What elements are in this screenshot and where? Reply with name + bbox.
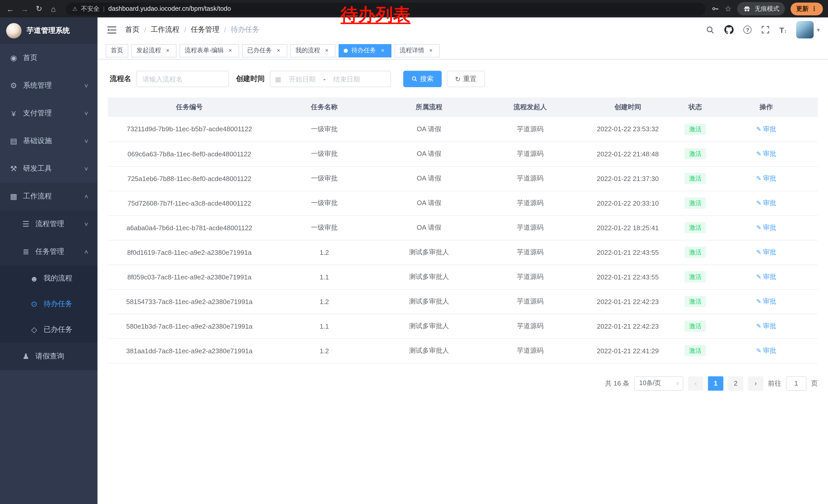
cell-actions: ✎ 审批 <box>715 166 818 191</box>
cell-task-id: 725a1eb6-7b88-11ec-8ef0-acde48001122 <box>108 166 271 191</box>
dashboard-icon: ◉ <box>9 53 18 62</box>
breadcrumb-workflow[interactable]: 工作流程 <box>151 25 179 34</box>
cell-create-time: 2022-01-21 22:41:29 <box>580 338 676 363</box>
forward-icon[interactable]: → <box>18 2 31 15</box>
sidebar-item-home[interactable]: ◉ 首页 <box>0 44 97 72</box>
tab-home[interactable]: 首页 <box>106 44 128 57</box>
page-size-value: 10条/页 <box>639 379 661 387</box>
tab-label: 待办任务 <box>351 46 376 55</box>
breadcrumb: 首页 / 工作流程 / 任务管理 / 待办任务 <box>125 25 259 34</box>
approve-link[interactable]: ✎ 审批 <box>756 198 776 208</box>
cell-task-id: 58154733-7ac8-11ec-a9e2-a2380e71991a <box>108 289 271 314</box>
sidebar-item-done-tasks[interactable]: ◇ 已办任务 <box>0 317 97 342</box>
cell-starter: 芋道源码 <box>481 191 580 215</box>
chrome-menu-kebab-icon[interactable]: ⋮ <box>811 5 817 12</box>
user-menu[interactable]: ▾ <box>796 21 820 39</box>
search-icon[interactable] <box>706 26 715 34</box>
warning-icon: ⚠ <box>72 5 78 12</box>
next-page-button[interactable]: › <box>748 376 763 391</box>
goto-page-input[interactable] <box>786 376 806 391</box>
incognito-label: 无痕模式 <box>755 4 779 13</box>
end-date-input[interactable] <box>328 75 366 83</box>
approve-link[interactable]: ✎ 审批 <box>756 321 776 331</box>
cell-process: 测试多审批人 <box>378 289 481 314</box>
search-button[interactable]: 搜索 <box>403 71 442 87</box>
approve-link[interactable]: ✎ 审批 <box>756 248 776 257</box>
tab-todo-tasks[interactable]: 待办任务 × <box>339 44 391 57</box>
cell-task-id: 8f0d1619-7ac8-11ec-a9e2-a2380e71991a <box>108 240 271 265</box>
approve-link[interactable]: ✎ 审批 <box>756 223 776 232</box>
tab-process-form-edit[interactable]: 流程表单-编辑 × <box>179 44 239 57</box>
sidebar-item-process-manage[interactable]: ☰ 流程管理 ˅ <box>0 210 97 238</box>
help-icon[interactable]: ? <box>744 26 752 34</box>
breadcrumb-home[interactable]: 首页 <box>125 25 139 34</box>
approve-link[interactable]: ✎ 审批 <box>756 174 776 183</box>
table-row: 8f059c03-7ac8-11ec-a9e2-a2380e71991a 1.1… <box>108 265 818 289</box>
tab-process-detail[interactable]: 流程详情 × <box>395 44 440 57</box>
fullscreen-icon[interactable] <box>761 26 770 34</box>
yen-icon: ¥ <box>9 109 18 118</box>
chevron-down-icon: ˅ <box>84 220 88 228</box>
sidebar-item-todo-tasks[interactable]: ⊙ 待办任务 <box>0 291 97 317</box>
app-title: 芋道管理系统 <box>27 26 70 35</box>
breadcrumb-current: 待办任务 <box>231 25 259 34</box>
breadcrumb-task-manage[interactable]: 任务管理 <box>191 25 219 34</box>
github-icon[interactable] <box>724 25 734 34</box>
sidebar-item-payment-manage[interactable]: ¥ 支付管理 ˅ <box>0 99 97 127</box>
close-icon[interactable]: × <box>275 47 282 54</box>
app-logo[interactable]: 芋道管理系统 <box>0 17 97 44</box>
table-row: 069c6a63-7b8a-11ec-8ef0-acde48001122 一级审… <box>108 141 818 166</box>
close-icon[interactable]: × <box>427 47 434 54</box>
sidebar-item-dev-tools[interactable]: ⚒ 研发工具 ˅ <box>0 155 97 183</box>
approve-link[interactable]: ✎ 审批 <box>756 125 776 134</box>
close-icon[interactable]: × <box>227 47 234 54</box>
sidebar-item-task-manage[interactable]: ≣ 任务管理 ˄ <box>0 238 97 266</box>
create-time-range-picker[interactable]: ▦ - <box>270 71 391 87</box>
cell-process: 测试多审批人 <box>378 240 481 265</box>
approve-link[interactable]: ✎ 审批 <box>756 272 776 281</box>
cell-process: OA 请假 <box>378 117 481 141</box>
reset-button[interactable]: ↻ 重置 <box>447 71 485 87</box>
font-size-icon[interactable]: T↕ <box>780 26 787 34</box>
password-key-icon[interactable] <box>711 5 719 13</box>
start-date-input[interactable] <box>283 75 321 83</box>
update-button[interactable]: 更新 ⋮ <box>791 2 823 15</box>
sidebar-toggle-icon[interactable] <box>106 24 118 36</box>
reload-icon[interactable]: ↻ <box>32 2 46 15</box>
sidebar-item-infrastructure[interactable]: ▤ 基础设施 ˅ <box>0 127 97 155</box>
sidebar-item-my-process[interactable]: ☻ 我的流程 <box>0 266 97 291</box>
sidebar-item-system-manage[interactable]: ⚙ 系统管理 ˅ <box>0 72 97 99</box>
tools-icon: ⚒ <box>9 164 18 173</box>
tab-done-tasks[interactable]: 已办任务 × <box>242 44 287 57</box>
bookmark-star-icon[interactable]: ☆ <box>724 4 732 13</box>
cell-actions: ✎ 审批 <box>715 191 818 215</box>
home-icon[interactable]: ⌂ <box>47 2 60 15</box>
process-manage-icon: ☰ <box>22 220 30 229</box>
cell-task-name: 1.1 <box>271 265 378 289</box>
process-name-input[interactable] <box>142 75 223 83</box>
approve-link[interactable]: ✎ 审批 <box>756 149 776 158</box>
table-row: 725a1eb6-7b88-11ec-8ef0-acde48001122 一级审… <box>108 166 818 191</box>
approve-link[interactable]: ✎ 审批 <box>756 297 776 306</box>
table-row: 58154733-7ac8-11ec-a9e2-a2380e71991a 1.2… <box>108 289 818 314</box>
page-size-select[interactable]: 10条/页 ˅ <box>634 376 683 391</box>
close-icon[interactable]: × <box>164 47 171 54</box>
cell-starter: 芋道源码 <box>481 289 580 314</box>
close-icon[interactable]: × <box>379 47 386 54</box>
status-badge: 激活 <box>685 345 706 356</box>
tab-my-process[interactable]: 我的流程 × <box>290 44 335 57</box>
prev-page-button[interactable]: ‹ <box>688 376 703 391</box>
tab-label: 已办任务 <box>247 46 272 55</box>
tab-launch-process[interactable]: 发起流程 × <box>131 44 176 57</box>
page-1-button[interactable]: 1 <box>708 376 723 391</box>
back-icon[interactable]: ← <box>4 2 17 15</box>
page-2-button[interactable]: 2 <box>728 376 743 391</box>
approve-link[interactable]: ✎ 审批 <box>756 346 776 355</box>
table-row: 73211d9d-7b9b-11ec-b5b7-acde48001122 一级审… <box>108 117 818 141</box>
sidebar-item-workflow[interactable]: ▦ 工作流程 ˄ <box>0 183 97 210</box>
chevron-down-icon: ˅ <box>84 109 88 117</box>
close-icon[interactable]: × <box>323 47 330 54</box>
done-icon: ◇ <box>30 325 38 334</box>
goto-label: 前往 <box>768 379 781 388</box>
sidebar-item-leave-query[interactable]: ♟ 请假查询 <box>0 342 97 370</box>
